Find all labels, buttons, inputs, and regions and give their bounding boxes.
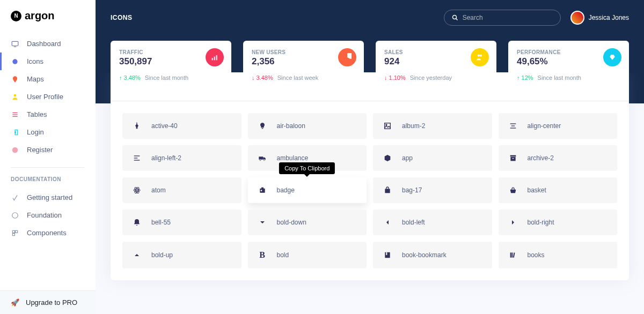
icon-cell-basket[interactable]: basket	[499, 177, 618, 203]
image-icon	[383, 122, 392, 130]
icon-name: bold-left	[402, 219, 425, 226]
doc-icon	[11, 229, 19, 237]
stat-icon	[206, 48, 224, 66]
icon-cell-archive-2[interactable]: archive-2	[499, 145, 618, 171]
sidebar-item-maps[interactable]: Maps	[0, 70, 96, 88]
stat-new-users: NEW USERS 2,356 ↓ 3.48%Since last week	[243, 41, 364, 89]
svg-line-14	[456, 19, 457, 20]
stat-period: Since last month	[145, 74, 188, 81]
svg-rect-29	[259, 156, 263, 159]
svg-rect-47	[513, 252, 515, 258]
svg-point-31	[264, 159, 265, 161]
avatar	[570, 11, 584, 25]
icon-cell-bold-down[interactable]: bold-down	[248, 210, 367, 235]
nav-divider	[11, 167, 85, 168]
icon-name: air-baloon	[277, 122, 305, 130]
bold-icon: B	[258, 250, 267, 260]
brand-name: argon	[25, 10, 55, 22]
brand-logo[interactable]: N argon	[0, 0, 96, 32]
svg-rect-20	[261, 128, 263, 129]
nav-icon	[11, 40, 19, 48]
icon-name: bold-right	[528, 219, 554, 226]
nav-icon	[11, 111, 19, 118]
align-center-icon	[508, 122, 518, 130]
svg-rect-43	[385, 252, 390, 258]
atom-icon	[132, 186, 142, 195]
sidebar-item-register[interactable]: Register	[0, 141, 96, 159]
bell-icon	[132, 218, 142, 227]
icon-cell-bold-left[interactable]: bold-left	[373, 210, 492, 235]
doc-label: Getting started	[27, 193, 72, 201]
sidebar-item-login[interactable]: Login	[0, 123, 96, 141]
icon-cell-book-bookmark[interactable]: book-bookmark	[373, 242, 492, 268]
svg-rect-45	[510, 252, 511, 257]
chev-down-icon	[258, 218, 267, 227]
basket-icon	[508, 186, 518, 195]
truck-icon	[258, 154, 267, 162]
icon-cell-album-2[interactable]: album-2	[373, 113, 492, 139]
svg-rect-11	[16, 230, 18, 233]
icon-cell-align-center[interactable]: align-center	[499, 113, 618, 139]
search-field[interactable]	[463, 14, 553, 21]
svg-rect-21	[385, 123, 391, 129]
icon-cell-badge[interactable]: Copy To Clipbordbadge	[248, 177, 367, 203]
icons-card: Icons active-40air-baloonalbum-2align-ce…	[111, 72, 629, 280]
svg-point-13	[452, 16, 456, 19]
svg-rect-0	[12, 41, 18, 46]
icon-grid: active-40air-baloonalbum-2align-centeral…	[111, 101, 629, 280]
page-title: ICONS	[111, 14, 133, 21]
sidebar-item-user-profile[interactable]: User Profile	[0, 88, 96, 106]
icon-name: bag-17	[402, 186, 422, 194]
sidebar-item-icons[interactable]: Icons	[0, 53, 96, 70]
svg-point-3	[14, 94, 17, 96]
doc-icon	[11, 212, 19, 219]
svg-point-18	[478, 55, 480, 57]
icon-cell-bell-55[interactable]: bell-55	[122, 210, 241, 235]
stat-period: Since last month	[538, 74, 581, 81]
doc-item-getting-started[interactable]: Getting started	[0, 189, 96, 206]
rocket-icon: 🚀	[11, 298, 19, 306]
svg-rect-15	[212, 58, 213, 60]
doc-label: Foundation	[27, 211, 62, 219]
sidebar-item-dashboard[interactable]: Dashboard	[0, 35, 96, 53]
svg-point-2	[12, 59, 17, 64]
svg-point-30	[259, 159, 261, 161]
svg-point-9	[12, 212, 18, 218]
nav-docs: Getting startedFoundationComponents	[0, 185, 96, 245]
archive-icon	[508, 154, 518, 162]
nav-main: DashboardIconsMapsUser ProfileTablesLogi…	[0, 32, 96, 162]
user-name: Jessica Jones	[589, 14, 629, 21]
doc-icon	[11, 194, 19, 201]
icon-cell-books[interactable]: books	[499, 242, 618, 268]
icon-cell-align-left-2[interactable]: align-left-2	[122, 145, 241, 171]
svg-point-8	[12, 147, 18, 153]
search-input[interactable]	[444, 10, 561, 26]
copy-tooltip: Copy To Clipbord	[279, 162, 335, 174]
icon-cell-bag-17[interactable]: bag-17	[373, 177, 492, 203]
nav-icon	[11, 58, 19, 65]
nav-icon	[11, 76, 19, 83]
icon-cell-bold-right[interactable]: bold-right	[499, 210, 618, 235]
book-icon	[383, 251, 392, 259]
icon-cell-bold[interactable]: Bbold	[248, 242, 367, 268]
svg-rect-42	[385, 189, 390, 193]
svg-rect-33	[510, 157, 515, 161]
stat-delta: ↓ 3.48%	[252, 74, 273, 81]
doc-item-components[interactable]: Components	[0, 224, 96, 242]
icon-cell-air-baloon[interactable]: air-baloon	[248, 113, 367, 139]
doc-heading: DOCUMENTATION	[0, 173, 96, 185]
nav-label: Login	[27, 128, 44, 136]
stat-performance: PERFORMANCE 49,65% ↑ 12%Since last month	[508, 41, 629, 89]
upgrade-button[interactable]: 🚀 Upgrade to PRO	[0, 290, 96, 314]
chev-up-icon	[132, 251, 142, 259]
icon-cell-bold-up[interactable]: bold-up	[122, 242, 241, 268]
svg-rect-10	[12, 230, 14, 233]
user-menu[interactable]: Jessica Jones	[570, 11, 629, 25]
stat-period: Since last week	[277, 74, 318, 81]
main: ICONS Jessica Jones TRAFFIC 350,897 ↑ 3.…	[96, 0, 644, 314]
icon-cell-active-40[interactable]: active-40	[122, 113, 241, 139]
icon-cell-app[interactable]: app	[373, 145, 492, 171]
icon-cell-atom[interactable]: atom	[122, 177, 241, 203]
doc-item-foundation[interactable]: Foundation	[0, 206, 96, 224]
sidebar-item-tables[interactable]: Tables	[0, 106, 96, 123]
